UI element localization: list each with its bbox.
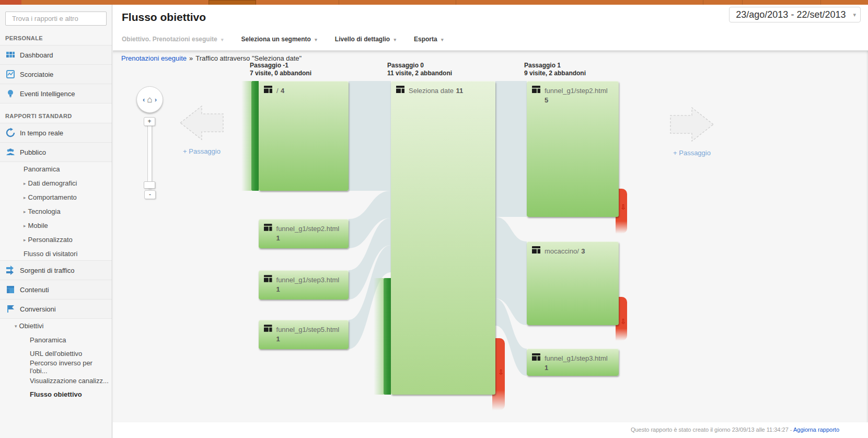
sidebar-item-tecnologia[interactable]: ▸Tecnologia [0, 204, 112, 218]
sidebar-item-label: Contenuti [20, 286, 49, 294]
sidebar-item-in-tempo-reale[interactable]: In tempo reale [0, 123, 112, 143]
incoming-traffic-fade [241, 81, 251, 191]
sidebar-item-pubblico[interactable]: Pubblico [0, 142, 112, 162]
sidebar-item-obiettivi[interactable]: ▾Obiettivi [0, 319, 112, 333]
sidebar-item-sorgenti-di-traffico[interactable]: Sorgenti di traffico [0, 260, 112, 280]
add-previous-step-arrow[interactable] [180, 106, 224, 140]
node-label: funnel_g1/step3.html [276, 276, 340, 284]
sidebar-item-visualizzazione-canalizz[interactable]: Visualizzazione canalizz... [0, 374, 112, 387]
chevron-down-icon: ▾ [394, 37, 397, 42]
sidebar-item-mobile[interactable]: ▸Mobile [0, 218, 112, 233]
flow-node[interactable]: mocaccino/ 3 [527, 241, 619, 325]
sidebar-item-label: Personalizzato [28, 236, 73, 244]
date-range-selector[interactable]: 23/ago/2013 - 22/set/2013 ▾ [729, 7, 861, 22]
page-title: Flusso obiettivo [122, 11, 206, 24]
goal-selector-dropdown[interactable]: Obiettivo. Prenotazioni eseguite ▾ [122, 36, 224, 43]
node-label: funnel_g1/step2.html [545, 87, 608, 95]
flow-node[interactable]: Seleziona date 11 [391, 81, 495, 395]
sidebar-section-label: PERSONALE [0, 26, 112, 45]
sidebar-item-comportamento[interactable]: ▸Comportamento [0, 190, 112, 204]
sidebar-item-panoramica[interactable]: Panoramica [0, 162, 112, 176]
flow-node[interactable]: funnel_g1/step5.html 1 [259, 320, 349, 349]
zoom-in-button[interactable]: + [144, 117, 155, 126]
sidebar-item-label: In tempo reale [20, 129, 63, 137]
add-next-step-arrow[interactable] [670, 107, 714, 142]
zoom-slider-track[interactable] [147, 124, 152, 189]
audience-icon [5, 147, 16, 157]
flow-node[interactable]: funnel_g1/step3.html 1 [259, 270, 349, 299]
sidebar-item-label: Dati demografici [28, 179, 77, 187]
sidebar-item-flusso-obiettivo[interactable]: Flusso obiettivo [0, 387, 112, 401]
sidebar-item-personalizzato[interactable]: ▸Personalizzato [0, 233, 112, 247]
flow-node[interactable]: funnel_g1/step2.html 5 [527, 81, 619, 217]
sidebar-item-label: Panoramica [30, 336, 66, 344]
node-value: 1 [545, 364, 548, 372]
dropoff-arrow-icon: ⇩ [620, 203, 626, 211]
sidebar-item-dati-demografici[interactable]: ▸Dati demografici [0, 176, 112, 190]
page-icon [264, 224, 272, 231]
sidebar-item-contenuti[interactable]: Contenuti [0, 280, 112, 299]
top-orange-bar [0, 0, 868, 5]
triangle-down-icon: ▾ [15, 324, 17, 329]
home-icon[interactable]: ⌂ [147, 95, 152, 105]
page-icon [264, 86, 272, 93]
triangle-right-icon: ▸ [24, 209, 26, 214]
sidebar-item-panoramica[interactable]: Panoramica [0, 333, 112, 347]
flow-node[interactable]: funnel_g1/step2.html 1 [259, 219, 349, 248]
column-name: Passaggio 1 [524, 62, 586, 70]
zoom-out-button[interactable]: - [144, 190, 156, 199]
node-value: 1 [276, 234, 280, 242]
sidebar-item-label: Flusso obiettivo [30, 390, 82, 398]
sidebar-item-label: Percorso inverso per l'obi... [30, 359, 112, 375]
sidebar-item-label: Panoramica [24, 165, 60, 173]
node-label: Seleziona date [409, 87, 454, 95]
flow-node[interactable]: / 4 [259, 81, 349, 191]
through-traffic-strip [251, 81, 259, 191]
sidebar-item-label: Pubblico [20, 148, 46, 156]
sidebar-item-label: Visualizzazione canalizz... [30, 377, 109, 385]
node-label: funnel_g1/step2.html [276, 225, 340, 233]
breadcrumb-goal-link[interactable]: Prenotazioni eseguite [121, 54, 187, 62]
goal-flow-panel: Prenotazioni eseguite»Traffico attravers… [113, 51, 868, 422]
detail-level-dropdown[interactable]: Livello di dettaglio ▾ [335, 36, 396, 43]
chevron-right-icon[interactable]: › [155, 96, 157, 103]
left-dashed-arrow-icon [180, 106, 223, 140]
page-icon [264, 325, 272, 332]
update-report-link[interactable]: Aggiorna rapporto [793, 427, 839, 433]
sidebar-item-eventi-intelligence[interactable]: Eventi Intelligence [0, 84, 112, 103]
sidebar-item-dashboard[interactable]: Dashboard [0, 45, 112, 65]
flow-column-header-1: Passaggio 0 11 visite, 2 abbandoni [387, 62, 452, 77]
chevron-left-icon[interactable]: ‹ [143, 96, 145, 103]
flow-home-control[interactable]: ‹ ⌂ › [136, 86, 163, 113]
sidebar-item-url-dell-obiettivo[interactable]: URL dell'obiettivo [0, 347, 112, 360]
sidebar-item-label: Tecnologia [28, 208, 61, 215]
segment-dropdown[interactable]: Seleziona un segmento ▾ [241, 36, 317, 43]
sidebar-item-scorciatoie[interactable]: Scorciatoie [0, 64, 112, 84]
sidebar-item-label: Eventi Intelligence [20, 90, 75, 98]
triangle-right-icon: ▸ [24, 237, 26, 243]
flow-node[interactable]: funnel_g1/step3.html 1 [527, 349, 619, 376]
sidebar-item-percorso-inverso-per-l-obi[interactable]: Percorso inverso per l'obi... [0, 360, 112, 374]
search-input[interactable] [12, 15, 104, 22]
export-dropdown[interactable]: Esporta ▾ [414, 36, 444, 43]
sidebar-item-label: Mobile [28, 222, 48, 229]
column-stats: 9 visite, 2 abbandoni [524, 70, 586, 77]
search-box [5, 11, 107, 26]
node-value: 3 [581, 247, 585, 255]
add-step-label[interactable]: + Passaggio [170, 147, 233, 155]
sidebar-item-label: URL dell'obiettivo [30, 350, 82, 358]
dropoff-arrow-icon: ⇩ [620, 318, 626, 326]
report-footer: Questo rapporto è stato creato il giorno… [113, 422, 868, 438]
zoom-slider-handle[interactable] [144, 181, 155, 189]
sidebar-item-label: Scorciatoie [20, 71, 53, 78]
sidebar-item-conversioni[interactable]: Conversioni [0, 299, 112, 319]
node-value: 11 [456, 87, 463, 95]
dropoff-arrow-icon: ⇩ [498, 368, 504, 376]
column-name: Passaggio -1 [250, 62, 311, 70]
content-icon [5, 284, 16, 295]
sidebar-item-flusso-di-visitatori[interactable]: Flusso di visitatori [0, 247, 112, 261]
sidebar-item-label: Obiettivi [19, 322, 44, 330]
flow-connection [349, 81, 391, 191]
add-step-label[interactable]: + Passaggio [661, 149, 723, 157]
traffic-sources-icon [5, 265, 16, 275]
